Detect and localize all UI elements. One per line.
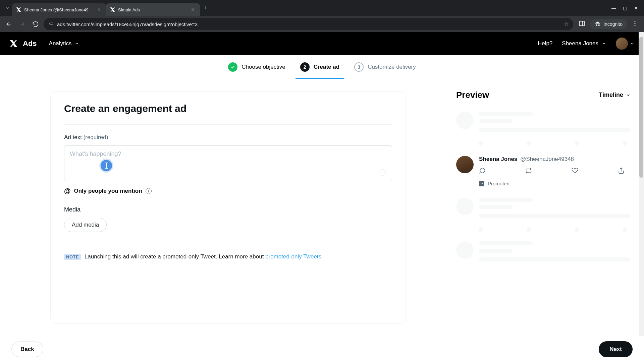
url-bar[interactable]: ads.twitter.com/simpleads/18ce55njq7n/ad… — [44, 18, 573, 30]
maximize-icon[interactable]: ▢ — [623, 5, 627, 11]
profile-menu[interactable] — [616, 38, 635, 50]
tab-close-icon[interactable]: × — [190, 7, 196, 13]
add-media-button[interactable]: Add media — [64, 218, 107, 232]
at-icon: @ — [64, 187, 71, 195]
chevron-down-icon — [602, 41, 606, 46]
skeleton-post — [456, 107, 631, 150]
url-text: ads.twitter.com/simpleads/18ce55njq7n/ad… — [57, 21, 561, 27]
window-controls: — ▢ ✕ — [611, 5, 641, 11]
forward-nav-icon[interactable] — [17, 19, 28, 29]
promoted-label: Promoted — [488, 181, 509, 186]
check-icon — [228, 62, 237, 72]
like-icon[interactable] — [572, 167, 578, 175]
x-logo-icon — [9, 39, 18, 48]
media-label: Media — [64, 206, 392, 213]
ad-text-label: Ad text (required) — [64, 134, 392, 141]
form-card: Create an engagement ad Ad text (require… — [50, 91, 406, 324]
avatar — [456, 156, 474, 173]
promoted-row: ↗ Promoted — [479, 181, 631, 186]
browser-toolbar: ads.twitter.com/simpleads/18ce55njq7n/ad… — [0, 16, 644, 32]
step-label: Customize delivery — [368, 64, 416, 70]
user-name: Sheena Jones — [562, 40, 598, 47]
analytics-menu[interactable]: Analytics — [49, 40, 79, 47]
progress-stepper: Choose objective 2 Create ad 3 Customize… — [0, 55, 644, 79]
back-button[interactable]: Back — [11, 342, 43, 357]
svg-rect-9 — [105, 163, 108, 163]
browser-tab-active[interactable]: Simple Ads × — [106, 3, 200, 16]
preview-mode-dropdown[interactable]: Timeline — [599, 92, 631, 99]
post-author: Sheena Jones @SheenaJone49348 — [479, 156, 631, 163]
skeleton-post — [456, 193, 631, 237]
step-label: Choose objective — [241, 64, 285, 70]
preview-panel: Preview Timeline Sheena — [456, 79, 644, 336]
svg-point-6 — [635, 23, 636, 24]
x-favicon-icon — [16, 7, 21, 12]
brand[interactable]: Ads — [9, 39, 37, 48]
help-link[interactable]: Help? — [538, 40, 552, 47]
retweet-icon[interactable] — [525, 167, 532, 175]
svg-point-0 — [49, 23, 50, 24]
svg-rect-8 — [106, 163, 107, 168]
step-create-ad[interactable]: 2 Create ad — [300, 55, 339, 79]
brand-label: Ads — [23, 39, 37, 48]
avatar — [616, 38, 628, 50]
preview-mode-label: Timeline — [599, 92, 623, 99]
promoted-arrow-icon: ↗ — [479, 181, 484, 186]
scrollbar-thumb[interactable] — [639, 37, 643, 178]
page-title: Create an engagement ad — [64, 103, 392, 114]
next-button[interactable]: Next — [599, 341, 633, 357]
step-number: 2 — [300, 62, 310, 72]
close-window-icon[interactable]: ✕ — [634, 5, 638, 11]
emoji-picker-icon[interactable] — [379, 169, 386, 176]
divider — [64, 124, 392, 125]
svg-rect-10 — [105, 168, 108, 169]
new-tab-button[interactable]: + — [200, 5, 212, 12]
content-area: Create an engagement ad Ad text (require… — [0, 79, 644, 336]
browser-tab-strip: Sheena Jones (@SheenaJone49 × Simple Ads… — [0, 0, 644, 16]
ad-text-input[interactable] — [70, 150, 386, 176]
tab-search-dropdown[interactable] — [3, 3, 12, 13]
skeleton-post — [456, 237, 631, 273]
text-cursor-indicator-icon — [101, 160, 112, 171]
tab-title: Simple Ads — [118, 7, 187, 12]
bookmark-star-icon[interactable]: ☆ — [564, 21, 569, 27]
incognito-badge[interactable]: Incognito — [590, 19, 627, 29]
info-icon[interactable]: i — [146, 188, 152, 194]
promoted-tweets-link[interactable]: promoted-only Tweets — [265, 253, 321, 260]
x-favicon-icon — [110, 7, 115, 12]
note-row: NOTE Launching this ad will create a pro… — [64, 244, 392, 261]
note-badge: NOTE — [64, 254, 81, 260]
browser-tab-inactive[interactable]: Sheena Jones (@SheenaJone49 × — [12, 3, 106, 16]
share-icon[interactable] — [618, 167, 625, 175]
analytics-label: Analytics — [49, 40, 72, 47]
step-number: 3 — [354, 62, 364, 72]
svg-point-5 — [635, 21, 636, 22]
site-info-icon[interactable] — [48, 21, 54, 27]
reply-settings[interactable]: @ Only people you mention i — [64, 187, 392, 195]
reload-icon[interactable] — [30, 19, 41, 29]
ad-text-field-wrap — [64, 145, 392, 181]
footer-bar: Back Next — [0, 336, 644, 362]
reply-icon[interactable] — [479, 167, 486, 175]
svg-point-7 — [635, 25, 636, 26]
account-switcher[interactable]: Sheena Jones — [562, 40, 606, 47]
reply-settings-label: Only people you mention — [74, 188, 142, 194]
post-actions — [479, 163, 631, 175]
chrome-menu-icon[interactable] — [632, 20, 638, 28]
incognito-icon — [595, 21, 601, 27]
note-text: Launching this ad will create a promoted… — [85, 253, 265, 260]
incognito-label: Incognito — [603, 21, 623, 27]
side-panel-icon[interactable] — [579, 20, 585, 28]
tab-close-icon[interactable]: × — [96, 7, 102, 13]
chevron-down-icon — [74, 41, 79, 46]
step-customize-delivery[interactable]: 3 Customize delivery — [354, 55, 416, 79]
svg-rect-3 — [580, 21, 585, 25]
minimize-icon[interactable]: — — [611, 5, 616, 11]
step-choose-objective[interactable]: Choose objective — [228, 55, 285, 79]
step-label: Create ad — [314, 64, 339, 70]
chevron-down-icon — [626, 93, 631, 98]
back-nav-icon[interactable] — [3, 19, 14, 29]
chevron-down-icon — [630, 41, 635, 46]
app-header: Ads Analytics Help? Sheena Jones — [0, 32, 644, 55]
ad-preview-post: Sheena Jones @SheenaJone49348 ↗ Promoted — [456, 150, 631, 193]
